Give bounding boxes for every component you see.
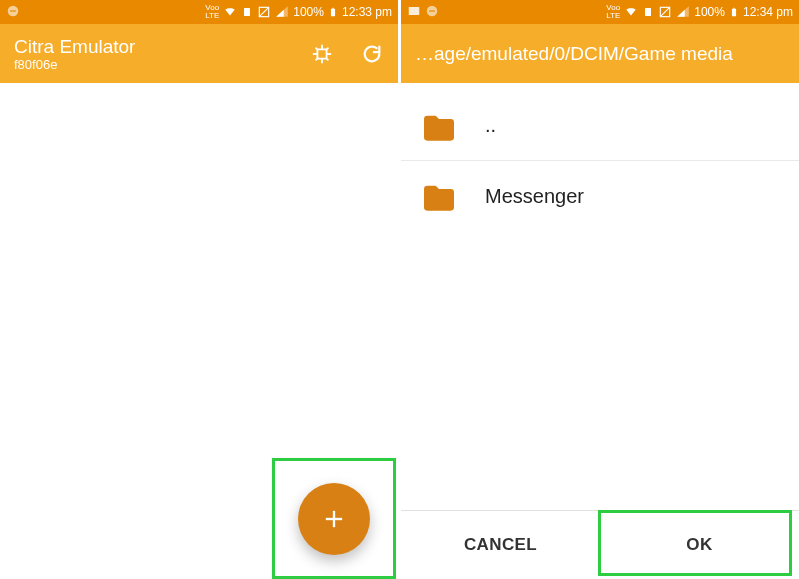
fab-highlight (272, 458, 396, 579)
folder-icon (419, 179, 459, 213)
refresh-icon[interactable] (360, 42, 384, 66)
battery-icon (729, 5, 739, 19)
battery-icon (328, 5, 338, 19)
add-game-fab[interactable] (298, 483, 370, 555)
svg-rect-20 (429, 10, 435, 11)
svg-line-15 (316, 57, 319, 60)
svg-rect-5 (331, 9, 335, 17)
signal-icon (676, 5, 690, 19)
folder-icon (419, 109, 459, 143)
battery-label: 100% (293, 5, 324, 19)
do-not-disturb-icon (425, 4, 439, 21)
svg-line-12 (316, 47, 319, 50)
ok-button[interactable]: OK (600, 511, 799, 579)
clock-label: 12:33 pm (342, 5, 392, 19)
svg-rect-24 (732, 9, 736, 17)
gallery-icon (407, 4, 421, 21)
svg-line-23 (661, 7, 670, 16)
status-bar: VooLTE 100% 12:34 pm (401, 0, 799, 24)
status-bar: VooLTE 100% 12:33 pm (0, 0, 398, 24)
folder-label: .. (485, 114, 496, 137)
dialog-button-bar: CANCEL OK (401, 510, 799, 579)
picker-action-bar: …age/emulated/0/DCIM/Game media (401, 24, 799, 83)
svg-line-14 (326, 47, 329, 50)
app-build-id: f80f06e (14, 57, 135, 72)
screen-citra: VooLTE 100% 12:33 pm Citra Emulator f80f… (0, 0, 398, 579)
folder-label: Messenger (485, 185, 584, 208)
volte-icon: VooLTE (205, 4, 219, 20)
cancel-button[interactable]: CANCEL (401, 511, 600, 579)
svg-rect-18 (409, 6, 420, 14)
app-title: Citra Emulator (14, 36, 135, 58)
wifi-icon (223, 5, 237, 19)
no-sim-icon (658, 5, 672, 19)
current-path: …age/emulated/0/DCIM/Game media (415, 43, 733, 65)
do-not-disturb-icon (6, 4, 20, 21)
screen-file-picker: VooLTE 100% 12:34 pm …age/emulated/0/DCI… (401, 0, 799, 579)
wifi-icon (624, 5, 638, 19)
battery-label: 100% (694, 5, 725, 19)
svg-rect-25 (733, 8, 735, 9)
folder-messenger-row[interactable]: Messenger (401, 161, 799, 231)
file-list: .. Messenger (401, 83, 799, 231)
sim-icon (642, 5, 654, 19)
plus-icon (320, 505, 348, 533)
cpu-icon[interactable] (310, 42, 334, 66)
no-sim-icon (257, 5, 271, 19)
svg-line-13 (326, 57, 329, 60)
svg-rect-6 (332, 8, 334, 9)
svg-line-4 (260, 7, 269, 16)
app-action-bar: Citra Emulator f80f06e (0, 24, 398, 83)
folder-up-row[interactable]: .. (401, 91, 799, 161)
svg-rect-21 (645, 8, 651, 16)
volte-icon: VooLTE (606, 4, 620, 20)
svg-rect-7 (317, 49, 326, 58)
svg-rect-2 (244, 8, 250, 16)
svg-rect-1 (10, 10, 16, 11)
clock-label: 12:34 pm (743, 5, 793, 19)
signal-icon (275, 5, 289, 19)
sim-icon (241, 5, 253, 19)
